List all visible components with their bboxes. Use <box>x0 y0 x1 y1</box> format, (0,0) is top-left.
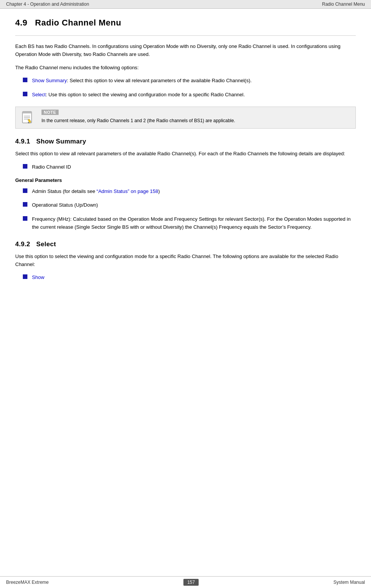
section-491-title: 4.9.1Show Summary <box>15 138 356 145</box>
svg-rect-1 <box>22 112 32 113</box>
footer-page: 157 <box>183 579 199 586</box>
bullet-show-summary: Show Summary: Select this option to view… <box>23 77 356 85</box>
header-right: Radio Channel Menu <box>322 2 365 7</box>
select-link[interactable]: Select <box>32 92 46 97</box>
admin-status-link[interactable]: “Admin Status” on page 158 <box>97 188 158 194</box>
page-footer: BreezeMAX Extreme 157 System Manual <box>0 576 371 588</box>
show-link[interactable]: Show <box>32 274 45 280</box>
bullet-square-show <box>23 274 27 279</box>
footer-left: BreezeMAX Extreme <box>6 580 49 585</box>
page-header: Chapter 4 - Operation and Administration… <box>0 0 371 9</box>
section-492-label: Select <box>36 241 56 248</box>
header-left: Chapter 4 - Operation and Administration <box>6 2 89 7</box>
bullet-square-op <box>23 202 27 207</box>
bullet-operational-status: Operational Status (Up/Down) <box>23 201 356 209</box>
note-icon <box>21 111 35 124</box>
frequency-text: Frequency (MHz): Calculated based on the… <box>32 215 356 231</box>
note-box: NOTE In the current release, only Radio … <box>15 107 356 129</box>
bullet-square-admin <box>23 188 27 193</box>
show-text: Show <box>32 274 45 282</box>
section-492-title: 4.9.2Select <box>15 241 356 248</box>
note-text: In the current release, only Radio Chann… <box>41 117 351 124</box>
title-divider <box>15 35 356 36</box>
section-492-intro: Use this option to select the viewing an… <box>15 253 356 269</box>
bullet-select: Select: Use this option to select the vi… <box>23 91 356 99</box>
bullet-square-icon-2 <box>23 92 27 96</box>
note-icon-area <box>16 107 40 128</box>
main-content: 4.9Radio Channel Menu Each BS has two Ra… <box>0 9 371 303</box>
show-summary-link[interactable]: Show Summary <box>32 78 67 83</box>
section-491-number: 4.9.1 <box>15 138 30 145</box>
intro-p2: The Radio Channel menu includes the foll… <box>15 64 356 72</box>
operational-status-text: Operational Status (Up/Down) <box>32 201 98 209</box>
bullet-show-summary-text: Show Summary: Select this option to view… <box>32 77 252 85</box>
admin-status-post: ) <box>158 188 160 194</box>
footer-right: System Manual <box>333 580 365 585</box>
bullet-show: Show <box>23 274 356 282</box>
bullet-select-text: Select: Use this option to select the vi… <box>32 91 245 99</box>
bullet-square-rc <box>23 164 27 169</box>
admin-status-text: Admin Status (for details see “Admin Sta… <box>32 188 160 196</box>
section-491-label: Show Summary <box>36 138 86 145</box>
intro-p1: Each BS has two Radio Channels. In confi… <box>15 43 356 59</box>
bullet-admin-status: Admin Status (for details see “Admin Sta… <box>23 188 356 196</box>
admin-status-pre: Admin Status (for details see <box>32 188 97 194</box>
general-params-heading: General Parameters <box>15 177 356 183</box>
section-49-label: Radio Channel Menu <box>35 18 121 27</box>
radio-channel-id-text: Radio Channel ID <box>32 163 71 171</box>
section-491-intro: Select this option to view all relevant … <box>15 150 356 158</box>
bullet-square-icon <box>23 78 27 82</box>
bullet-select-suffix: : Use this option to select the viewing … <box>46 92 245 97</box>
note-label: NOTE <box>41 110 59 115</box>
section-49-title: 4.9Radio Channel Menu <box>15 18 356 28</box>
bullet-frequency: Frequency (MHz): Calculated based on the… <box>23 215 356 231</box>
bullet-square-freq <box>23 216 27 221</box>
bullet-radio-channel-id: Radio Channel ID <box>23 163 356 171</box>
section-492-number: 4.9.2 <box>15 241 30 248</box>
bullet-show-summary-suffix: : Select this option to view all relevan… <box>67 78 252 83</box>
note-content: NOTE In the current release, only Radio … <box>40 107 355 128</box>
section-49-number: 4.9 <box>15 18 27 27</box>
